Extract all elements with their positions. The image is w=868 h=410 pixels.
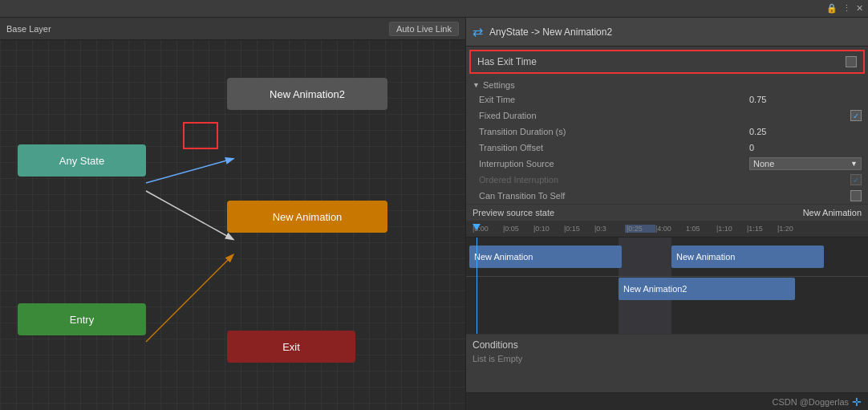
fixed-duration-checkbox[interactable]: ✓ — [850, 110, 862, 121]
footer-credit: CSDN @Doggerlas — [772, 397, 849, 407]
interruption-source-dropdown[interactable]: None ▼ — [749, 157, 862, 170]
fixed-duration-label: Fixed Duration — [473, 111, 850, 120]
ruler-mark-6: |4:00 — [655, 225, 686, 233]
can-transition-to-self-label: Can Transition To Self — [473, 191, 850, 201]
auto-live-link-button[interactable]: Auto Live Link — [389, 22, 459, 36]
has-exit-time-checkbox[interactable] — [846, 56, 857, 67]
conditions-header: Conditions — [473, 338, 862, 352]
node-entry[interactable]: Entry — [18, 303, 146, 335]
ruler-mark-1: |0:05 — [503, 225, 533, 233]
track-separator — [466, 276, 868, 277]
has-exit-time-row: Has Exit Time — [469, 50, 865, 74]
transition-duration-row: Transition Duration (s) 0.25 — [473, 124, 862, 140]
ordered-interruption-checkbox: ✓ — [850, 174, 862, 185]
ruler-mark-3: |0:15 — [564, 225, 594, 233]
panel-icon: ⇄ — [473, 24, 483, 39]
exit-time-value: 0.75 — [749, 95, 862, 104]
selection-box — [183, 122, 218, 149]
ruler-mark-4: |0:3 — [594, 225, 625, 233]
preview-source-row: Preview source state New Animation — [466, 204, 868, 221]
fixed-duration-row: Fixed Duration ✓ — [473, 108, 862, 124]
ruler-mark-2: |0:10 — [533, 225, 564, 233]
playhead-marker[interactable] — [473, 224, 481, 230]
transition-duration-label: Transition Duration (s) — [473, 127, 749, 136]
graph-panel: Base Layer Auto Live Link — [0, 18, 465, 410]
can-transition-to-self-checkbox[interactable] — [850, 190, 862, 201]
graph-header-title: Base Layer — [6, 24, 51, 34]
transition-duration-value: 0.25 — [749, 127, 862, 136]
chevron-down-icon: ▼ — [850, 160, 858, 168]
track-new-animation-1: New Animation — [469, 246, 622, 268]
ruler-labels: |0:00 |0:05 |0:10 |0:15 |0:3 |0:25 |4:00… — [473, 225, 808, 233]
exit-time-row: Exit Time 0.75 — [473, 91, 862, 108]
svg-line-0 — [146, 159, 233, 183]
panel-body: Has Exit Time Settings Exit Time 0.75 Fi… — [466, 47, 868, 392]
can-transition-to-self-row: Can Transition To Self — [473, 188, 862, 204]
ruler-mark-10: |1:20 — [777, 225, 808, 233]
exit-time-label: Exit Time — [473, 95, 749, 104]
ruler-mark-9: |1:15 — [747, 225, 777, 233]
lock-icon: 🔒 — [826, 3, 838, 14]
node-exit[interactable]: Exit — [227, 331, 355, 363]
ruler-mark-8: |1:10 — [716, 225, 747, 233]
node-any-state[interactable]: Any State — [18, 144, 146, 177]
close-icon[interactable]: ✕ — [856, 3, 863, 14]
right-panel: ⇄ AnyState -> New Animation2 Has Exit Ti… — [465, 18, 868, 410]
interruption-source-label: Interruption Source — [473, 159, 749, 168]
track-new-animation2-1: New Animation2 — [619, 278, 795, 300]
title-bar-icons: 🔒 ⋮ ✕ — [826, 3, 863, 14]
graph-header: Base Layer Auto Live Link — [0, 18, 465, 40]
ordered-interruption-label: Ordered Interruption — [473, 175, 850, 185]
preview-source-value: New Animation — [803, 208, 862, 217]
timeline-container: |0:00 |0:05 |0:10 |0:15 |0:3 |0:25 |4:00… — [466, 221, 868, 334]
svg-line-1 — [146, 191, 233, 239]
panel-header: ⇄ AnyState -> New Animation2 — [466, 18, 868, 47]
timeline-ruler: |0:00 |0:05 |0:10 |0:15 |0:3 |0:25 |4:00… — [466, 221, 868, 237]
has-exit-time-label: Has Exit Time — [477, 56, 846, 67]
node-new-animation2[interactable]: New Animation2 — [227, 78, 387, 110]
conditions-section: Conditions List is Empty — [466, 334, 868, 368]
interruption-source-row: Interruption Source None ▼ — [473, 156, 862, 172]
track-new-animation-2: New Animation — [671, 246, 824, 268]
main-layout: Base Layer Auto Live Link — [0, 18, 868, 410]
preview-source-label: Preview source state — [473, 208, 803, 217]
conditions-empty: List is Empty — [473, 352, 862, 365]
transition-offset-label: Transition Offset — [473, 143, 749, 152]
title-bar: 🔒 ⋮ ✕ — [0, 0, 868, 18]
transition-offset-value: 0 — [749, 143, 862, 152]
svg-line-2 — [146, 255, 233, 342]
footer: CSDN @Doggerlas ✛ — [466, 392, 868, 410]
settings-section: Settings Exit Time 0.75 Fixed Duration ✓… — [466, 77, 868, 204]
panel-title: AnyState -> New Animation2 — [489, 26, 612, 38]
transition-offset-row: Transition Offset 0 — [473, 140, 862, 156]
ruler-mark-7: 1:05 — [686, 225, 716, 233]
timeline-tracks: New Animation New Animation New Animatio… — [466, 237, 868, 334]
plus-icon: ✛ — [852, 396, 862, 408]
node-new-animation[interactable]: New Animation — [227, 201, 387, 233]
playhead-line — [477, 237, 477, 334]
settings-header: Settings — [473, 77, 862, 91]
ordered-interruption-row: Ordered Interruption ✓ — [473, 172, 862, 188]
menu-icon: ⋮ — [842, 3, 851, 14]
ruler-mark-5: |0:25 — [625, 225, 655, 233]
